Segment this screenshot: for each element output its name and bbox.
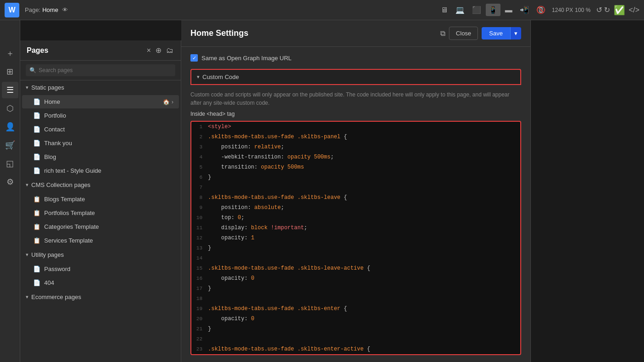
cms-icon-services: 📋: [33, 237, 40, 244]
code-line-11: 11 display: block !important;: [191, 223, 520, 233]
icon-rail: ＋ ⊞ ☰ ⬡ 👤 🛒 ◱ ⚙: [0, 20, 20, 362]
code-line-18: 18: [191, 294, 520, 304]
components-icon[interactable]: ⊞: [2, 63, 18, 80]
page-item-contact[interactable]: 📄 Contact: [22, 123, 179, 136]
search-icon: 🔍: [29, 67, 36, 74]
current-page-name: Home: [42, 6, 58, 13]
page-item-home[interactable]: 📄 Home 🏠 ›: [22, 95, 179, 108]
custom-code-title: Custom Code: [202, 74, 239, 80]
static-pages-section[interactable]: ▾ Static pages: [20, 80, 181, 95]
open-graph-checkbox[interactable]: ✓: [190, 54, 198, 62]
code-line-12: 12 opacity: 1: [191, 233, 520, 243]
code-line-5: 5 transition: opacity 500ms: [191, 162, 520, 172]
add-panel-icon[interactable]: ＋: [2, 45, 18, 62]
code-editor[interactable]: 1 <style> 2 .skltbs-mode-tabs.use-fade .…: [190, 121, 521, 355]
page-name-blog: Blog: [44, 153, 173, 160]
mobile-landscape-icon[interactable]: ▬: [502, 4, 515, 16]
page-item-password[interactable]: 📄 Password: [22, 262, 179, 276]
cms-icon-categories: 📋: [33, 223, 40, 230]
page-settings-chevron[interactable]: ›: [172, 99, 173, 105]
page-item-blog[interactable]: 📄 Blog: [22, 150, 179, 164]
close-button[interactable]: Close: [449, 27, 478, 40]
page-item-style-guide[interactable]: 📄 rich text - Style Guide: [22, 164, 179, 177]
code-line-6: 6 }: [191, 172, 520, 182]
code-line-14: 14: [191, 253, 520, 263]
cms-icon[interactable]: ⬡: [2, 100, 18, 117]
search-bar: 🔍: [20, 61, 181, 80]
resolution-display: 1240 PX: [552, 7, 573, 13]
inside-head-label: Inside <head> tag: [190, 111, 521, 117]
ecommerce-icon[interactable]: 🛒: [2, 137, 18, 153]
save-button-group: Save ▾: [482, 27, 521, 40]
code-line-23: 23 .skltbs-mode-tabs.use-fade .skltbs-en…: [191, 344, 520, 354]
code-line-3: 3 position: relative;: [191, 142, 520, 152]
search-input[interactable]: [26, 64, 175, 76]
eye-icon[interactable]: 👁: [62, 6, 68, 13]
code-line-8: 8 .skltbs-mode-tabs.use-fade .skltbs-lea…: [191, 192, 520, 203]
code-line-16: 16 opacity: 0: [191, 273, 520, 283]
page-name-services-template: Services Template: [44, 237, 173, 244]
pages-sidebar: Pages × ⊕ 🗂 🔍 ▾ Static pages 📄 Home: [20, 40, 181, 362]
code-line-20: 20 opacity: 0: [191, 314, 520, 324]
code-editor-icon[interactable]: </>: [629, 6, 639, 14]
settings-icon[interactable]: ⚙: [2, 174, 18, 190]
page-icon-404: 📄: [33, 279, 40, 286]
page-item-portfolios-template[interactable]: 📋 Portfolios Template: [22, 206, 179, 220]
open-graph-checkbox-label: Same as Open Graph Image URL: [201, 55, 292, 62]
page-name-thank-you: Thank you: [44, 140, 173, 147]
page-name-home: Home: [44, 98, 161, 105]
users-icon[interactable]: 👤: [2, 119, 18, 135]
page-item-thank-you[interactable]: 📄 Thank you: [22, 136, 179, 150]
section-arrow-ecommerce: ▾: [26, 294, 29, 300]
laptop-icon[interactable]: 💻: [453, 4, 467, 16]
save-dropdown-button[interactable]: ▾: [510, 27, 521, 40]
panel-title: Home Settings: [190, 28, 440, 38]
page-icon-portfolio: 📄: [33, 112, 40, 119]
page-item-404[interactable]: 📄 404: [22, 276, 179, 289]
pages-list: ▾ Static pages 📄 Home 🏠 › 📄 Portfolio 📄 …: [20, 80, 181, 362]
code-line-4: 4 -webkit-transition: opacity 500ms;: [191, 152, 520, 162]
redo-button[interactable]: ↻: [604, 6, 610, 14]
page-name-blogs-template: Blogs Template: [44, 196, 173, 203]
page-icon-home: 📄: [33, 98, 40, 105]
ecommerce-pages-section[interactable]: ▾ Ecommerce pages: [20, 290, 181, 304]
mobile-portrait-icon[interactable]: 📲: [517, 4, 532, 16]
page-name-portfolios-template: Portfolios Template: [44, 209, 173, 216]
undo-redo-controls: ↺ ↻: [596, 6, 610, 14]
logo: W: [5, 3, 19, 17]
code-line-1: 1 <style>: [191, 122, 520, 132]
add-folder-button[interactable]: 🗂: [165, 45, 174, 56]
device-icons: 🖥 💻 ⬛ 📱 ▬ 📲 📵: [438, 4, 548, 16]
code-line-19: 19 .skltbs-mode-tabs.use-fade .skltbs-en…: [191, 304, 520, 314]
cms-pages-section[interactable]: ▾ CMS Collection pages: [20, 178, 181, 192]
zoom-display: 100 %: [575, 7, 591, 13]
page-name-404: 404: [44, 279, 173, 286]
page-item-portfolio[interactable]: 📄 Portfolio: [22, 109, 179, 122]
tablet-portrait-icon[interactable]: 📱: [486, 4, 500, 16]
forms-icon[interactable]: ◱: [2, 155, 18, 172]
code-line-2: 2 .skltbs-mode-tabs.use-fade .skltbs-pan…: [191, 132, 520, 142]
pages-icon[interactable]: ☰: [2, 82, 18, 98]
page-name-portfolio: Portfolio: [44, 112, 173, 119]
custom-code-section-header[interactable]: ▾ Custom Code: [190, 69, 521, 85]
open-graph-checkbox-row: ✓ Same as Open Graph Image URL: [190, 54, 521, 62]
cms-icon-portfolios: 📋: [33, 209, 40, 216]
page-item-categories-template[interactable]: 📋 Categories Template: [22, 220, 179, 233]
add-page-button[interactable]: ⊕: [155, 45, 162, 56]
tablet-landscape-icon[interactable]: ⬛: [469, 4, 484, 16]
section-arrow-static: ▾: [26, 85, 29, 90]
sidebar-close-button[interactable]: ×: [147, 46, 151, 55]
panel-content: ✓ Same as Open Graph Image URL ▾ Custom …: [181, 47, 530, 362]
save-button[interactable]: Save: [482, 27, 510, 40]
desktop-icon[interactable]: 🖥: [438, 4, 451, 16]
page-item-services-template[interactable]: 📋 Services Template: [22, 234, 179, 247]
home-icon[interactable]: 🏠: [163, 99, 170, 105]
phone-icon[interactable]: 📵: [534, 4, 548, 16]
page-name-password: Password: [44, 266, 173, 272]
page-item-blogs-template[interactable]: 📋 Blogs Template: [22, 192, 179, 206]
undo-button[interactable]: ↺: [596, 6, 602, 14]
copy-button[interactable]: ⧉: [440, 29, 445, 38]
utility-pages-section[interactable]: ▾ Utility pages: [20, 248, 181, 262]
custom-code-description: Custom code and scripts will only appear…: [190, 90, 521, 107]
page-label: Page:: [25, 6, 40, 13]
